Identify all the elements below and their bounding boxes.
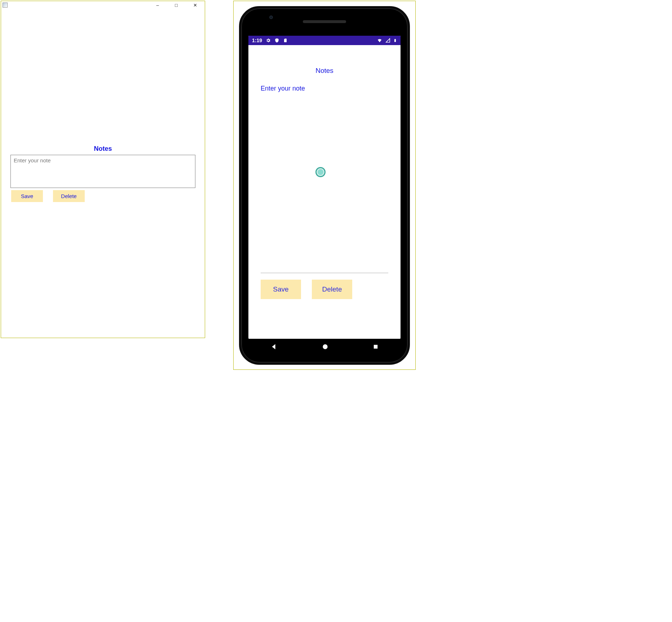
sd-icon — [283, 38, 287, 43]
svg-rect-1 — [373, 345, 377, 349]
button-row: Save Delete — [261, 280, 388, 299]
status-bar: 1:19 — [248, 36, 401, 45]
minimize-button[interactable]: – — [151, 2, 164, 8]
back-icon[interactable] — [270, 343, 278, 352]
app-area: Notes Enter your note Save Delete — [248, 45, 401, 339]
phone-frame-wrap: 1:19 — [233, 1, 416, 370]
status-time: 1:19 — [252, 38, 262, 43]
phone-screen: 1:19 — [248, 36, 401, 339]
home-icon[interactable] — [322, 343, 329, 352]
save-button[interactable]: Save — [261, 280, 301, 299]
nav-bar — [248, 340, 401, 355]
battery-icon — [393, 38, 397, 43]
app-icon — [3, 3, 8, 8]
save-button[interactable]: Save — [11, 190, 43, 202]
signal-icon — [385, 38, 390, 43]
close-button[interactable]: ✕ — [189, 2, 201, 8]
titlebar: – □ ✕ — [1, 1, 205, 9]
delete-button[interactable]: Delete — [312, 280, 352, 299]
front-camera — [269, 16, 273, 19]
desktop-body: Notes Save Delete — [1, 9, 205, 338]
recent-icon[interactable] — [372, 343, 379, 351]
power-button — [409, 110, 410, 132]
phone-frame: 1:19 — [239, 6, 410, 365]
note-input[interactable]: Enter your note — [261, 85, 388, 92]
status-left: 1:19 — [252, 38, 287, 43]
button-row: Save Delete — [10, 190, 195, 202]
speaker-grille — [303, 20, 346, 23]
touch-ripple-icon — [315, 167, 326, 177]
svg-point-0 — [323, 344, 327, 349]
gear-icon — [266, 38, 271, 43]
page-title: Notes — [10, 145, 195, 153]
page-title: Notes — [261, 67, 388, 75]
status-right — [377, 38, 397, 43]
window-controls: – □ ✕ — [151, 2, 204, 8]
delete-button[interactable]: Delete — [53, 190, 85, 202]
wifi-icon — [377, 38, 383, 43]
note-input[interactable] — [10, 155, 195, 188]
desktop-window: – □ ✕ Notes Save Delete — [1, 1, 205, 338]
shield-icon — [274, 38, 279, 43]
maximize-button[interactable]: □ — [170, 2, 182, 8]
input-underline — [261, 273, 388, 273]
phone-top-hardware — [241, 14, 408, 29]
